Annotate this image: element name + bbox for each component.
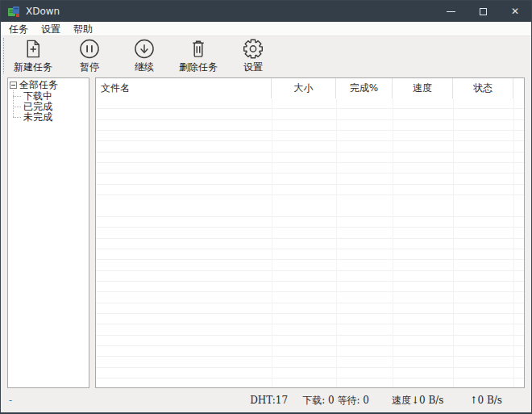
column-gridline [453, 98, 454, 387]
resume-label: 继续 [135, 61, 154, 74]
titlebar: XDown ✕ [1, 1, 531, 22]
pause-label: 暂停 [80, 61, 99, 74]
close-button[interactable]: ✕ [499, 1, 531, 22]
minimize-button[interactable] [434, 1, 467, 22]
tree-connector-stub [13, 107, 21, 107]
column-header-speed[interactable]: 速度 [393, 78, 453, 98]
settings-label: 设置 [243, 61, 263, 74]
tree-connector-stub [13, 117, 21, 118]
column-header-size[interactable]: 大小 [272, 78, 336, 98]
toolbar-gripper[interactable] [3, 38, 4, 73]
column-header-filename[interactable]: 文件名 [96, 78, 272, 98]
maximize-button[interactable] [467, 1, 499, 22]
resume-icon [133, 38, 156, 60]
xdown-window: XDown ✕ 任务 设置 帮助 新建任务 暂停 [0, 0, 532, 414]
status-metrics: DHT:17 下载: 0 等待: 0 速度↓0 B/s ↑0 B/s [250, 394, 531, 408]
tree-item-all-tasks[interactable]: 全部任务 [19, 79, 58, 90]
category-tree: 全部任务 下载中 已完成 未完成 [7, 77, 89, 388]
column-header-status[interactable]: 状态 [453, 78, 513, 98]
tree-connector-line [13, 90, 14, 117]
main-area: 全部任务 下载中 已完成 未完成 文件名 大小 完成% 速度 状态 [1, 76, 531, 389]
column-gridline [336, 98, 337, 387]
delete-task-icon [187, 38, 210, 60]
menubar: 任务 设置 帮助 [1, 22, 531, 36]
window-controls: ✕ [434, 1, 531, 22]
new-task-button[interactable]: 新建任务 [10, 38, 56, 74]
delete-task-button[interactable]: 删除任务 [176, 38, 221, 74]
minimize-icon [447, 11, 455, 12]
statusbar: - DHT:17 下载: 0 等待: 0 速度↓0 B/s ↑0 B/s [1, 388, 531, 412]
table-header: 文件名 大小 完成% 速度 状态 [96, 78, 524, 98]
settings-icon [242, 38, 264, 60]
delete-task-label: 删除任务 [179, 61, 218, 74]
tree-item-incomplete[interactable]: 未完成 [23, 112, 52, 123]
tree-connector-stub [13, 96, 21, 97]
table-body[interactable] [96, 98, 524, 387]
settings-button[interactable]: 设置 [231, 38, 276, 74]
pause-button[interactable]: 暂停 [67, 38, 112, 74]
status-upload-speed: ↑0 B/s [469, 395, 502, 406]
new-task-icon [22, 38, 44, 60]
column-gridline [272, 98, 272, 387]
status-download-speed: 速度↓0 B/s [392, 394, 444, 408]
status-queue: 下载: 0 等待: 0 [302, 394, 369, 408]
menu-item-help[interactable]: 帮助 [67, 22, 99, 36]
maximize-icon [480, 8, 487, 15]
task-table: 文件名 大小 完成% 速度 状态 [95, 77, 525, 388]
tree-collapse-toggle[interactable] [10, 82, 17, 89]
close-icon: ✕ [511, 6, 519, 16]
toolbar: 新建任务 暂停 继续 删除任务 [1, 36, 531, 76]
column-header-percent[interactable]: 完成% [336, 78, 393, 98]
window-title: XDown [26, 6, 60, 17]
column-gridline [513, 98, 514, 387]
app-icon [7, 5, 20, 18]
menu-item-settings[interactable]: 设置 [35, 22, 67, 36]
pause-icon [78, 38, 101, 60]
new-task-label: 新建任务 [14, 61, 52, 74]
column-gridline [393, 98, 393, 387]
status-placeholder: - [9, 395, 12, 406]
status-dht: DHT:17 [250, 395, 288, 406]
resume-button[interactable]: 继续 [122, 38, 167, 74]
menu-item-task[interactable]: 任务 [2, 22, 35, 36]
